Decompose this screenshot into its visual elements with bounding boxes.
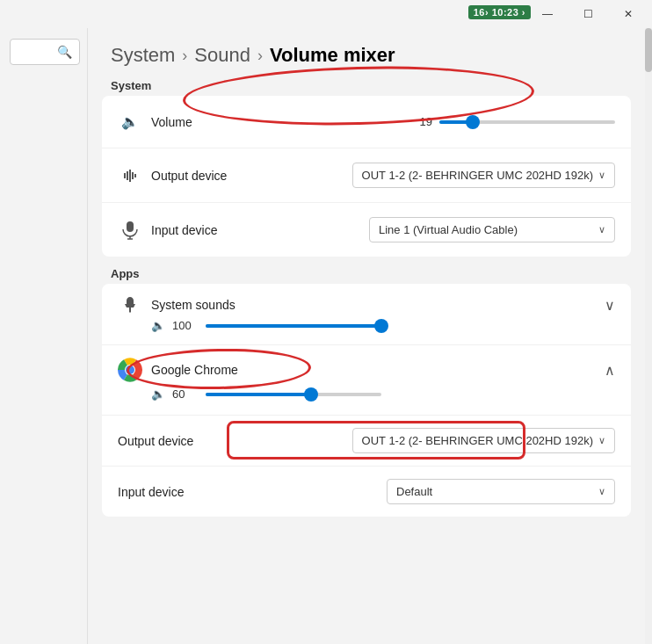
volume-value: 19 — [411, 115, 432, 128]
speaker-icon: 🔈 — [118, 113, 142, 130]
breadcrumb-system[interactable]: System — [111, 44, 175, 67]
chrome-collapse-btn[interactable]: ∧ — [605, 362, 615, 379]
scrollbar-track[interactable] — [645, 28, 652, 644]
content-area: System › Sound › Volume mixer System 🔈 V… — [88, 28, 645, 644]
volume-row: 🔈 Volume 19 — [102, 96, 631, 148]
system-section-label: System — [102, 79, 631, 92]
minimize-button[interactable]: — — [527, 0, 568, 28]
output-device-right: OUT 1-2 (2- BEHRINGER UMC 202HD 192k) ∨ — [352, 163, 615, 188]
breadcrumb-volume-mixer: Volume mixer — [270, 44, 395, 67]
chrome-input-device-label: Input device — [118, 485, 223, 499]
chrome-slider-track[interactable] — [206, 393, 381, 396]
volume-slider-thumb[interactable] — [466, 115, 480, 129]
main-layout: 🔍 System › Sound › Volume mixer System 🔈… — [0, 28, 652, 644]
system-sounds-collapse-btn[interactable]: ∨ — [605, 297, 615, 314]
maximize-button[interactable]: ☐ — [568, 0, 608, 28]
chrome-section: Google Chrome ∧ 🔈 60 — [102, 345, 631, 517]
input-device-chevron: ∨ — [598, 224, 605, 235]
chrome-volume-value: 60 — [172, 387, 199, 401]
apps-card: System sounds ∨ 🔈 100 — [102, 284, 631, 517]
output-device-dropdown[interactable]: OUT 1-2 (2- BEHRINGER UMC 202HD 192k) ∨ — [352, 163, 615, 188]
chrome-input-device-value: Default — [396, 485, 432, 498]
output-device-chevron: ∨ — [598, 170, 605, 181]
window-controls: — ☐ ✕ — [527, 0, 648, 28]
chrome-output-device-row: Output device OUT 1-2 (2- BEHRINGER UMC … — [102, 416, 631, 467]
svg-rect-0 — [127, 221, 134, 232]
input-device-right: Line 1 (Virtual Audio Cable) ∨ — [369, 217, 615, 242]
mic-icon — [118, 221, 142, 240]
search-icon: 🔍 — [57, 45, 72, 59]
breadcrumb: System › Sound › Volume mixer — [102, 28, 631, 79]
chrome-output-device-label: Output device — [118, 434, 223, 448]
clock-widget: 16› 10:23 › — [468, 5, 531, 19]
search-box[interactable]: 🔍 — [10, 39, 80, 65]
system-sounds-pin-icon — [118, 296, 142, 314]
input-device-row: Input device Line 1 (Virtual Audio Cable… — [102, 203, 631, 257]
chrome-row: Google Chrome ∧ 🔈 60 — [102, 345, 631, 416]
output-device-row: Output device OUT 1-2 (2- BEHRINGER UMC … — [102, 148, 631, 203]
chrome-header: Google Chrome ∧ — [118, 358, 615, 382]
volume-label: Volume — [151, 115, 239, 129]
chrome-output-device-dropdown[interactable]: OUT 1-2 (2- BEHRINGER UMC 202HD 192k) ∨ — [352, 428, 615, 453]
chrome-input-device-row: Input device Default ∨ — [102, 467, 631, 517]
breadcrumb-sound[interactable]: Sound — [194, 44, 250, 67]
system-sounds-name: System sounds — [151, 298, 605, 312]
output-device-label: Output device — [151, 169, 239, 183]
clock-display: 16› 10:23 › — [474, 7, 525, 18]
system-card: 🔈 Volume 19 Output devi — [102, 96, 631, 257]
svg-point-5 — [126, 365, 134, 374]
chrome-input-chevron: ∨ — [598, 486, 605, 497]
volume-slider-track[interactable] — [439, 120, 615, 124]
input-device-value: Line 1 (Virtual Audio Cable) — [379, 223, 518, 236]
input-device-dropdown[interactable]: Line 1 (Virtual Audio Cable) ∨ — [369, 217, 615, 242]
chrome-volume-control: 🔈 60 — [118, 387, 615, 401]
chrome-output-device-value: OUT 1-2 (2- BEHRINGER UMC 202HD 192k) — [362, 434, 593, 447]
system-sounds-slider-track[interactable] — [206, 324, 381, 328]
system-sounds-volume-control: 🔈 100 — [118, 319, 615, 332]
breadcrumb-sep-1: › — [182, 47, 187, 65]
input-device-label: Input device — [151, 223, 239, 237]
chrome-logo-icon — [118, 358, 142, 382]
chrome-output-chevron: ∨ — [598, 435, 605, 446]
chrome-slider-thumb[interactable] — [304, 387, 318, 402]
system-sounds-slider-fill — [206, 324, 381, 328]
chrome-output-section: Output device OUT 1-2 (2- BEHRINGER UMC … — [102, 416, 631, 467]
close-button[interactable]: ✕ — [608, 0, 648, 28]
system-sounds-row: System sounds ∨ 🔈 100 — [102, 284, 631, 345]
breadcrumb-sep-2: › — [257, 47, 263, 65]
apps-section-label: Apps — [102, 267, 631, 280]
chrome-input-device-dropdown[interactable]: Default ∨ — [387, 479, 615, 504]
output-device-icon — [118, 167, 142, 185]
output-device-value: OUT 1-2 (2- BEHRINGER UMC 202HD 192k) — [362, 169, 593, 182]
system-sounds-volume-value: 100 — [172, 319, 199, 332]
sidebar: 🔍 — [0, 28, 88, 644]
chrome-name: Google Chrome — [151, 363, 605, 377]
chrome-slider-fill — [206, 393, 311, 396]
title-bar: 16› 10:23 › — ☐ ✕ — [0, 0, 652, 28]
system-sounds-speaker-icon: 🔈 — [151, 319, 165, 332]
chrome-speaker-icon: 🔈 — [151, 387, 165, 401]
system-sounds-slider-thumb[interactable] — [374, 319, 388, 333]
volume-control[interactable]: 19 — [411, 115, 615, 128]
scrollbar-thumb[interactable] — [645, 28, 652, 72]
